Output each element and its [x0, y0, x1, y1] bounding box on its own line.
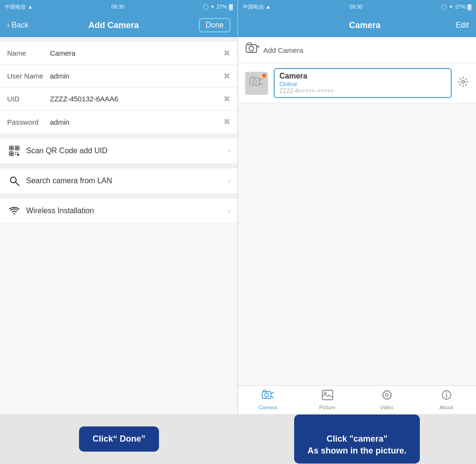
video-tab-icon: [381, 390, 393, 403]
add-camera-row[interactable]: Add Camera: [238, 37, 476, 63]
svg-line-21: [260, 83, 263, 85]
video-tab-label: Video: [380, 405, 394, 410]
svg-rect-23: [262, 392, 271, 398]
svg-line-38: [384, 397, 385, 398]
svg-rect-9: [17, 154, 19, 156]
uid-label: UID: [7, 95, 50, 103]
name-clear-icon[interactable]: ✖: [223, 48, 230, 59]
left-content: Name ✖ User Name ✖ UID ✖ Password: [0, 37, 238, 414]
svg-rect-3: [16, 147, 18, 149]
username-clear-icon[interactable]: ✖: [223, 71, 230, 81]
left-carrier: 中国电信: [5, 3, 26, 10]
search-lan-row[interactable]: Search camera from LAN ›: [0, 168, 238, 193]
svg-line-11: [16, 182, 19, 186]
svg-line-26: [271, 392, 274, 394]
password-row: Password ✖: [0, 110, 238, 133]
instruction-left-text: Click“ Done”: [92, 434, 145, 444]
wireless-row[interactable]: Wireless Installation ›: [0, 198, 238, 223]
about-tab-icon: [441, 390, 452, 403]
back-chevron-icon: ‹: [7, 21, 10, 30]
camera-name: Camera: [279, 72, 446, 80]
username-row: User Name ✖: [0, 65, 238, 88]
uid-clear-icon[interactable]: ✖: [223, 94, 230, 104]
svg-point-10: [10, 177, 16, 183]
scan-qr-text: Scan QR Code add UID: [26, 147, 228, 155]
username-label: User Name: [7, 72, 50, 80]
camera-online-dot: [262, 74, 266, 78]
left-time: 09:30: [111, 4, 125, 10]
svg-rect-7: [17, 152, 18, 153]
password-clear-icon[interactable]: ✖: [223, 117, 230, 127]
svg-line-36: [384, 392, 385, 393]
svg-rect-8: [15, 154, 16, 155]
right-battery: 27%: [455, 4, 466, 10]
camera-thumb-icon: [249, 76, 264, 91]
right-status-left: 中国电信 ▲: [243, 3, 271, 10]
svg-point-18: [253, 79, 257, 83]
done-button[interactable]: Done: [199, 18, 230, 32]
left-nav-bar: ‹ Back Add Camera Done: [0, 13, 238, 37]
camera-status: Online: [279, 80, 446, 88]
search-lan-text: Search camera from LAN: [26, 177, 228, 185]
tab-camera[interactable]: Camera: [238, 390, 298, 410]
search-lan-arrow-icon: ›: [228, 177, 230, 185]
scan-qr-row[interactable]: Scan QR Code add UID ›: [0, 138, 238, 163]
form-section: Name ✖ User Name ✖ UID ✖ Password: [0, 42, 238, 133]
svg-point-22: [462, 80, 465, 83]
left-battery-icon: ◯: [203, 4, 208, 10]
left-phone: 中国电信 ▲ 09:30 ◯ ✦ 27% ▓ ‹ Back Add Camera…: [0, 0, 238, 414]
right-nav-title: Camera: [274, 20, 456, 30]
right-status-bar: 中国电信 ▲ 09:30 ◯ ✦ 27% ▓: [238, 0, 476, 13]
svg-line-37: [389, 397, 390, 398]
svg-rect-6: [15, 152, 16, 153]
wifi-icon: [7, 206, 21, 216]
svg-rect-17: [250, 78, 259, 85]
camera-thumbnail: [245, 72, 268, 95]
password-input[interactable]: [50, 118, 219, 126]
picture-tab-label: Picture: [319, 405, 335, 410]
left-wifi-icon: ▲: [28, 4, 33, 10]
camera-uid: ZZZZ-4×××××-×××××: [279, 88, 446, 94]
qr-icon: [7, 146, 21, 156]
uid-input[interactable]: [50, 95, 219, 103]
svg-point-24: [265, 393, 268, 397]
scan-qr-section: Scan QR Code add UID ›: [0, 138, 238, 163]
name-label: Name: [7, 49, 50, 57]
name-input[interactable]: [50, 49, 219, 57]
instruction-left: Click“ Done”: [0, 414, 238, 464]
add-camera-text: Add Camera: [263, 46, 303, 54]
tab-about[interactable]: About: [416, 390, 476, 410]
tab-video[interactable]: Video: [357, 390, 416, 410]
svg-point-31: [386, 394, 388, 396]
password-label: Password: [7, 118, 50, 126]
left-status-bar: 中国电信 ▲ 09:30 ◯ ✦ 27% ▓: [0, 0, 238, 13]
back-button[interactable]: ‹ Back: [7, 21, 29, 30]
svg-rect-5: [10, 153, 12, 155]
right-carrier: 中国电信: [243, 3, 264, 10]
wireless-section: Wireless Installation ›: [0, 198, 238, 223]
right-content: Add Camera: [238, 37, 476, 414]
camera-settings-button[interactable]: [457, 76, 469, 90]
right-time: 09:30: [349, 4, 363, 10]
right-bluetooth-icon: ✦: [449, 4, 453, 10]
add-camera-icon: [245, 42, 259, 58]
search-icon: [7, 176, 21, 186]
camera-info-box: Camera Online ZZZZ-4×××××-×××××: [274, 68, 452, 98]
username-input[interactable]: [50, 72, 219, 80]
svg-line-27: [271, 396, 274, 398]
left-status-right: ◯ ✦ 27% ▓: [203, 4, 233, 10]
about-tab-label: About: [439, 405, 453, 410]
tab-picture[interactable]: Picture: [298, 390, 357, 410]
camera-item[interactable]: Camera Online ZZZZ-4×××××-×××××: [238, 63, 476, 103]
instruction-right-text: Click "camera" As shown in the picture.: [307, 434, 407, 455]
camera-tab-label: Camera: [258, 405, 277, 410]
edit-button[interactable]: Edit: [456, 21, 469, 30]
bottom-section: Click“ Done” Click "camera" As shown in …: [0, 414, 476, 464]
left-battery: 27%: [217, 4, 227, 10]
svg-rect-14: [248, 43, 251, 45]
instruction-right: Click "camera" As shown in the picture.: [238, 414, 476, 464]
instruction-left-btn: Click“ Done”: [79, 426, 159, 452]
search-lan-section: Search camera from LAN ›: [0, 168, 238, 193]
instruction-right-btn: Click "camera" As shown in the picture.: [294, 415, 420, 464]
wireless-arrow-icon: ›: [228, 207, 230, 215]
